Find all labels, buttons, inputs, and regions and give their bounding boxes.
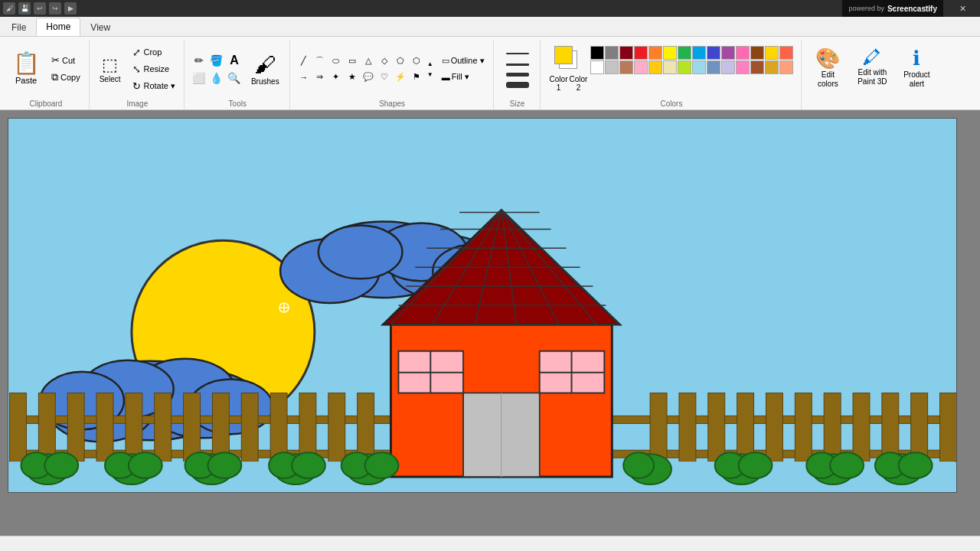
color-cell[interactable] — [648, 46, 662, 60]
tools-grid: ✏ 🪣 A ⬜ 💧 🔍 — [191, 52, 243, 86]
color-cell[interactable] — [736, 60, 750, 74]
color-cell[interactable] — [779, 46, 793, 60]
tab-file[interactable]: File — [2, 18, 36, 36]
size-1[interactable] — [506, 53, 529, 54]
color-cell[interactable] — [605, 60, 619, 74]
flag-shape[interactable]: ⚑ — [409, 70, 424, 85]
color-cell[interactable] — [619, 46, 633, 60]
svg-point-88 — [806, 452, 837, 478]
edit-paint3d-button[interactable]: 🖍 Edit with Paint 3D — [851, 43, 893, 90]
callout-shape[interactable]: 💬 — [361, 70, 376, 85]
eraser-button[interactable]: ⬜ — [191, 70, 207, 86]
cut-button[interactable]: ✂ Cut — [47, 52, 84, 68]
save-icon[interactable]: 💾 — [18, 2, 31, 15]
fill-button2[interactable]: ▬ Fill ▾ — [438, 70, 488, 84]
product-alert-icon: ℹ — [913, 47, 920, 70]
color-cell[interactable] — [692, 46, 706, 60]
star5-shape[interactable]: ★ — [345, 70, 360, 85]
star4-shape[interactable]: ✦ — [328, 70, 344, 85]
minimize-button[interactable]: ─ — [874, 0, 910, 17]
color-cell[interactable] — [605, 46, 619, 60]
color-cell[interactable] — [736, 46, 750, 60]
curve-shape[interactable]: ⌒ — [312, 54, 328, 69]
paste-button[interactable]: 📋 Paste — [8, 44, 44, 93]
color-cell[interactable] — [619, 60, 633, 74]
color-boxes[interactable] — [554, 46, 582, 73]
color1-box[interactable] — [554, 46, 573, 64]
color-cell[interactable] — [707, 60, 720, 74]
arrow-shape2[interactable]: ⇒ — [312, 70, 328, 85]
color-palette[interactable] — [590, 46, 793, 74]
tools-content: ✏ 🪣 A ⬜ 💧 🔍 🖌 Brushes — [191, 40, 285, 98]
color-cell[interactable] — [634, 46, 648, 60]
copy-button[interactable]: ⧉ Copy — [47, 69, 84, 86]
svg-rect-39 — [940, 393, 956, 462]
brushes-label: Brushes — [251, 77, 279, 86]
select-label: Select — [100, 75, 121, 83]
color-cell[interactable] — [765, 60, 779, 74]
svg-line-53 — [475, 210, 501, 324]
hex-shape[interactable]: ⬡ — [409, 54, 424, 69]
maximize-button[interactable]: □ — [910, 0, 945, 17]
close-button[interactable]: ✕ — [945, 0, 980, 17]
oval-shape[interactable]: ⬭ — [328, 54, 344, 69]
product-alert-button[interactable]: ℹ Product alert — [895, 43, 938, 93]
canvas-area[interactable] — [0, 110, 980, 536]
size-4[interactable] — [506, 82, 529, 88]
color-cell[interactable] — [721, 46, 735, 60]
crop-button[interactable]: ⤢ Crop — [129, 44, 178, 60]
resize-label: Resize — [143, 64, 169, 73]
redo-icon[interactable]: ↪ — [49, 2, 61, 15]
penta-shape[interactable]: ⬠ — [393, 54, 408, 69]
svg-point-9 — [147, 371, 261, 439]
color-cell[interactable] — [707, 46, 720, 60]
diamond-shape[interactable]: ◇ — [377, 54, 392, 69]
size-options[interactable] — [506, 50, 529, 88]
color-cell[interactable] — [750, 46, 764, 60]
svg-point-10 — [136, 359, 234, 420]
tri-shape[interactable]: △ — [361, 54, 376, 69]
color-cell[interactable] — [590, 46, 604, 60]
brushes-button[interactable]: 🖌 Brushes — [246, 50, 285, 88]
lightning-shape[interactable]: ⚡ — [393, 70, 408, 85]
color-cell[interactable] — [678, 46, 691, 60]
copy-icon: ⧉ — [51, 71, 58, 83]
tab-home[interactable]: Home — [36, 18, 80, 36]
text-button[interactable]: A — [226, 52, 243, 69]
zoom-button[interactable]: 🔍 — [226, 70, 243, 86]
line-shape[interactable]: ╱ — [296, 54, 312, 69]
undo-icon[interactable]: ↩ — [34, 2, 46, 15]
size-2[interactable] — [506, 64, 529, 66]
edit-colors-icon: 🎨 — [815, 47, 840, 70]
shapes-up-arrow[interactable]: ▲ — [426, 58, 435, 69]
run-icon[interactable]: ▶ — [64, 2, 77, 15]
heart-shape[interactable]: ♡ — [377, 70, 392, 85]
arrow-right-shape[interactable]: → — [296, 70, 312, 85]
color-cell[interactable] — [678, 60, 691, 74]
product-alert-label: Product alert — [900, 70, 933, 89]
color-cell[interactable] — [779, 60, 793, 74]
edit-colors-button[interactable]: 🎨 Edit colors — [806, 43, 849, 93]
rotate-button[interactable]: ↻ Rotate ▾ — [129, 78, 178, 94]
color-cell[interactable] — [590, 60, 604, 74]
svg-line-52 — [433, 210, 501, 324]
pencil-button[interactable]: ✏ — [191, 52, 207, 69]
outline-button[interactable]: ▭ Outline ▾ — [438, 54, 488, 68]
size-3[interactable] — [506, 73, 529, 77]
color-cell[interactable] — [692, 60, 706, 74]
color-cell[interactable] — [663, 46, 677, 60]
color-cell[interactable] — [750, 60, 764, 74]
tab-view[interactable]: View — [80, 18, 120, 36]
color-cell[interactable] — [648, 60, 662, 74]
drawing-canvas[interactable] — [8, 118, 957, 493]
select-button[interactable]: ⬚ Select — [96, 53, 125, 86]
color-cell[interactable] — [765, 46, 779, 60]
color-cell[interactable] — [663, 60, 677, 74]
color-picker-button[interactable]: 💧 — [208, 70, 225, 86]
color-cell[interactable] — [721, 60, 735, 74]
shapes-down-arrow[interactable]: ▼ — [426, 69, 435, 80]
fill-button[interactable]: 🪣 — [208, 52, 225, 69]
color-cell[interactable] — [634, 60, 648, 74]
rect-shape[interactable]: ▭ — [345, 54, 360, 69]
resize-button[interactable]: ⤡ Resize — [129, 61, 178, 77]
